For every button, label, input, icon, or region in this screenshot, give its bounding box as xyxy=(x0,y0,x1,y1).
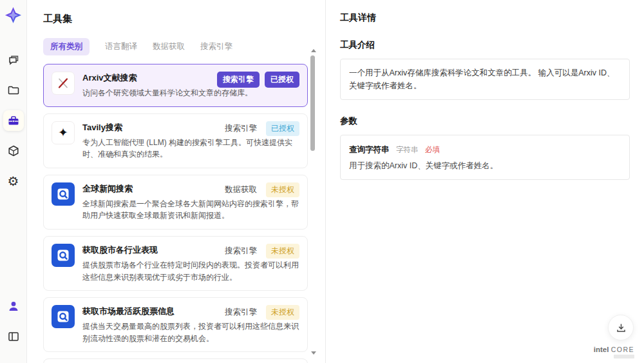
auth-status-badge: 未授权 xyxy=(266,182,299,197)
tool-detail-panel: 工具详情 工具介绍 一个用于从Arxiv存储库搜索科学论文和文章的工具。 输入可… xyxy=(325,0,644,363)
tool-description: 全球新闻搜索是一个聚合全球各大新闻网站内容的搜索引擎，帮助用户快速获取全球最新资… xyxy=(82,198,299,222)
param-type: 字符串 xyxy=(396,146,419,153)
category-label: 数据获取 xyxy=(225,184,257,195)
scroll-up-arrow-icon[interactable] xyxy=(311,49,316,52)
tool-card-most-active-stocks[interactable]: 获取市场最活跃股票信息 提供当天交易量最高的股票列表，投资者可以利用这些信息来识… xyxy=(43,297,308,352)
scrollbar-thumb[interactable] xyxy=(310,55,315,151)
intro-text: 一个用于从Arxiv存储库搜索科学论文和文章的工具。 输入可以是Arxiv ID… xyxy=(340,59,630,100)
arxiv-icon xyxy=(52,72,75,95)
param-name: 查询字符串 xyxy=(349,145,390,154)
auth-status-badge: 未授权 xyxy=(266,305,299,320)
tool-card-global-news[interactable]: 全球新闻搜索 全球新闻搜索是一个聚合全球各大新闻网站内容的搜索引擎，帮助用户快速… xyxy=(43,175,308,230)
list-scrollbar[interactable] xyxy=(310,49,317,355)
category-label: 搜索引擎 xyxy=(225,123,257,134)
intro-heading: 工具介绍 xyxy=(340,39,630,51)
scroll-down-arrow-icon[interactable] xyxy=(311,351,316,355)
category-label: 搜索引擎 xyxy=(225,307,257,318)
tool-description: 提供当天交易量最高的股票列表，投资者可以利用这些信息来识别流动性强的股票和潜在的… xyxy=(82,320,299,344)
toolbox-icon[interactable] xyxy=(3,110,24,131)
app-window: ⚙ 工具集 所有类别 语言翻译 数据获取 搜索引擎 xyxy=(0,0,644,363)
download-icon xyxy=(616,322,627,333)
category-tabs: 所有类别 语言翻译 数据获取 搜索引擎 xyxy=(43,38,308,55)
intel-core-logo: intel CORE xyxy=(594,346,634,353)
news-search-icon xyxy=(52,244,75,267)
news-search-icon xyxy=(52,182,75,206)
collapse-panel-icon[interactable] xyxy=(3,326,24,347)
tool-description: 专为人工智能代理 (LLM) 构建的搜索引擎工具。可快速提供实时、准确和真实的结… xyxy=(82,137,299,161)
page-title: 工具集 xyxy=(43,13,308,25)
tool-description: 提供股票市场各个行业在特定时间段内的表现。投资者可以利用这些信息来识别表现优于或… xyxy=(82,259,299,283)
tab-search-engine[interactable]: 搜索引擎 xyxy=(200,41,232,52)
download-button[interactable] xyxy=(608,315,634,340)
auth-status-badge[interactable]: 已授权 xyxy=(265,72,299,88)
chat-icon[interactable] xyxy=(3,50,24,70)
app-logo-icon xyxy=(5,6,22,24)
param-item: 查询字符串 字符串 必填 用于搜索的Arxiv ID、关键字或作者姓名。 xyxy=(340,135,630,180)
tool-description: 访问各个研究领域大量科学论文和文章的存储库。 xyxy=(82,87,299,99)
brand-watermark xyxy=(614,355,634,358)
category-label: 搜索引擎 xyxy=(225,246,257,257)
param-required-flag: 必填 xyxy=(425,146,440,153)
package-icon[interactable] xyxy=(3,141,24,161)
tab-data-fetching[interactable]: 数据获取 xyxy=(153,41,185,52)
tool-card-regional-news[interactable]: 万维地区新闻查询 查询具体行政区划内的新闻，快速了解各地新闻动 搜索引擎 未授权 xyxy=(43,358,308,363)
tavily-sparkle-icon: ✦ xyxy=(52,121,75,144)
tool-card-sector-performance[interactable]: 获取股市各行业表现 提供股票市场各个行业在特定时间段内的表现。投资者可以利用这些… xyxy=(43,236,308,291)
tool-card-tavily[interactable]: ✦ Tavily搜索 专为人工智能代理 (LLM) 构建的搜索引擎工具。可快速提… xyxy=(43,113,308,168)
folder-icon[interactable] xyxy=(3,80,24,101)
param-description: 用于搜索的Arxiv ID、关键字或作者姓名。 xyxy=(349,161,621,172)
tool-card-arxiv[interactable]: Arxiv文献搜索 访问各个研究领域大量科学论文和文章的存储库。 搜索引擎 已授… xyxy=(43,64,308,107)
icon-sidebar: ⚙ xyxy=(0,0,27,363)
category-badge[interactable]: 搜索引擎 xyxy=(217,72,260,88)
tab-language-translation[interactable]: 语言翻译 xyxy=(105,41,137,52)
news-search-icon xyxy=(52,305,75,328)
params-heading: 参数 xyxy=(340,115,630,127)
tool-card-list: Arxiv文献搜索 访问各个研究领域大量科学论文和文章的存储库。 搜索引擎 已授… xyxy=(43,64,308,363)
tab-all-categories[interactable]: 所有类别 xyxy=(43,38,90,55)
tools-list-panel: 工具集 所有类别 语言翻译 数据获取 搜索引擎 Arxiv文献搜索 访问各个研究… xyxy=(28,0,322,363)
auth-status-badge: 已授权 xyxy=(266,121,299,136)
auth-status-badge: 未授权 xyxy=(266,244,299,259)
settings-gear-icon[interactable]: ⚙ xyxy=(3,171,24,191)
user-avatar-icon[interactable] xyxy=(3,296,24,317)
detail-title: 工具详情 xyxy=(340,12,630,24)
